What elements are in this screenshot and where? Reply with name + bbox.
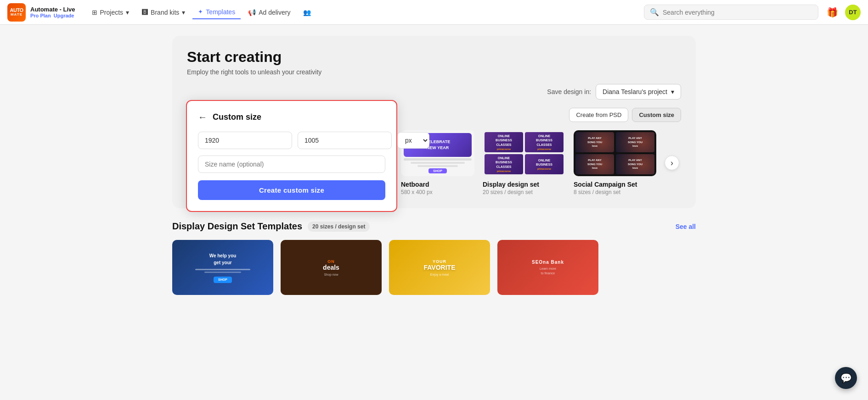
nav-ad-delivery[interactable]: 📢 Ad delivery <box>242 6 296 19</box>
custom-size-button[interactable]: Custom size <box>632 108 681 122</box>
section-title: Display Design Set Templates <box>172 221 302 232</box>
brand-plan: Pro Plan Upgrade <box>30 13 75 18</box>
display-grid: We help youget your SHOP <box>172 240 696 299</box>
unit-select[interactable]: px in cm mm <box>397 132 429 149</box>
display-card-2[interactable]: ON deals Shop now <box>281 240 382 299</box>
display-card-3[interactable]: YOUR FAVORITE Enjoy a meal <box>389 240 490 299</box>
popup-header: ← Custom size <box>198 112 385 122</box>
social-cell-1: PLAY ANYSONG YOUlove <box>575 132 614 152</box>
display-cell-1: ONLINEBUSINESSCLASSES primacourse <box>485 132 523 152</box>
custom-size-popup: ← Custom size px in cm mm Create custom … <box>186 100 397 212</box>
display-thumb-4: SEOna Bank Learn moreto finance <box>497 240 598 295</box>
save-design-row: Save design in: Diana Teslaru's project … <box>187 84 681 100</box>
display-section: Display Design Set Templates 20 sizes / … <box>172 221 696 299</box>
nav-projects[interactable]: ⊞ Projects ▾ <box>86 6 135 19</box>
brand-info: Automate - Live Pro Plan Upgrade <box>30 6 75 18</box>
template-name-displayset: Display design set <box>483 181 565 188</box>
brand-kits-chevron: ▾ <box>182 9 185 16</box>
search-input[interactable] <box>663 9 812 16</box>
create-custom-size-button[interactable]: Create custom size <box>198 180 385 200</box>
template-card-socialset[interactable]: PLAY ANYSONG YOUlove PLAY ANYSONG YOUlov… <box>574 130 656 195</box>
see-all-button[interactable]: See all <box>676 223 696 230</box>
main-content: Start creating Employ the right tools to… <box>0 25 868 310</box>
brand-name: Automate - Live <box>30 6 75 13</box>
start-creating-title: Start creating <box>187 49 681 66</box>
template-dim-netboard: 580 x 400 px <box>401 189 474 195</box>
display-thumb-2: ON deals Shop now <box>281 240 382 295</box>
template-dim-socialset: 8 sizes / design set <box>574 189 656 195</box>
create-from-psd-button[interactable]: Create from PSD <box>569 108 628 122</box>
display-thumb-1: We help youget your SHOP <box>172 240 273 295</box>
height-input[interactable] <box>298 132 392 149</box>
templates-icon: ✦ <box>198 8 203 15</box>
upgrade-link[interactable]: Upgrade <box>54 13 74 18</box>
navbar: AUTO MATE Automate - Live Pro Plan Upgra… <box>0 0 868 25</box>
save-design-label: Save design in: <box>547 88 591 95</box>
display-cell-3: ONLINEBUSINESSCLASSES primacourse <box>485 154 523 174</box>
avatar[interactable]: DT <box>845 5 861 20</box>
start-creating-subtitle: Employ the right tools to unleash your c… <box>187 68 681 76</box>
people-icon: 👥 <box>303 9 311 16</box>
projects-icon: ⊞ <box>92 9 97 16</box>
template-card-displayset[interactable]: ONLINEBUSINESSCLASSES primacourse ONLINE… <box>483 130 565 195</box>
social-cell-2: PLAY ANYSONG YOUlove <box>616 132 654 152</box>
search-icon: 🔍 <box>650 8 659 17</box>
width-input[interactable] <box>198 132 292 149</box>
social-cell-3: PLAY ANYSONG YOUlove <box>575 154 614 174</box>
gift-icon[interactable]: 🎁 <box>824 4 840 21</box>
save-design-chevron: ▾ <box>671 88 674 95</box>
section-header: Display Design Set Templates 20 sizes / … <box>172 221 696 232</box>
display-cell-2: ONLINEBUSINESSCLASSES primacourse <box>525 132 564 152</box>
display-cell-4: ONLINEBUSINESS primacourse <box>525 154 564 174</box>
social-cell-4: PLAY ANYSONG YOUlove <box>616 154 654 174</box>
display-card-4[interactable]: SEOna Bank Learn moreto finance <box>497 240 598 299</box>
template-dim-displayset: 20 sizes / design set <box>483 189 565 195</box>
templates-label: Templates <box>206 8 235 16</box>
section-badge: 20 sizes / design set <box>308 222 370 232</box>
project-name: Diana Teslaru's project <box>603 88 667 95</box>
projects-chevron: ▾ <box>126 9 129 16</box>
template-name-netboard: Netboard <box>401 181 474 188</box>
plan-label: Pro Plan <box>30 13 51 18</box>
display-card-1[interactable]: We help youget your SHOP <box>172 240 273 299</box>
nav-people[interactable]: 👥 <box>298 6 316 19</box>
logo[interactable]: AUTO MATE <box>7 3 26 22</box>
brand-kits-label: Brand kits <box>151 9 179 16</box>
start-creating-card: Start creating Employ the right tools to… <box>172 36 696 208</box>
nav-brand-kits[interactable]: 🅱 Brand kits ▾ <box>136 6 191 19</box>
template-thumb-displayset: ONLINEBUSINESSCLASSES primacourse ONLINE… <box>483 130 565 176</box>
nav-templates[interactable]: ✦ Templates <box>192 6 241 19</box>
save-design-select[interactable]: Diana Teslaru's project ▾ <box>596 84 681 100</box>
size-name-input[interactable] <box>198 156 385 173</box>
projects-label: Projects <box>100 9 124 16</box>
display-thumb-3: YOUR FAVORITE Enjoy a meal <box>389 240 490 295</box>
popup-inputs: px in cm mm <box>198 132 385 149</box>
template-name-socialset: Social Campaign Set <box>574 181 656 188</box>
search-bar: 🔍 <box>644 5 818 20</box>
popup-title: Custom size <box>213 112 261 122</box>
back-arrow-icon[interactable]: ← <box>198 112 207 122</box>
next-arrow-button[interactable]: › <box>665 156 679 170</box>
ad-delivery-label: Ad delivery <box>259 9 290 16</box>
template-thumb-socialset: PLAY ANYSONG YOUlove PLAY ANYSONG YOUlov… <box>574 130 656 176</box>
logo-bottom: MATE <box>11 13 23 17</box>
ad-delivery-icon: 📢 <box>248 9 256 16</box>
nav-items: ⊞ Projects ▾ 🅱 Brand kits ▾ ✦ Templates … <box>86 6 317 19</box>
brand-kits-icon: 🅱 <box>142 9 148 16</box>
